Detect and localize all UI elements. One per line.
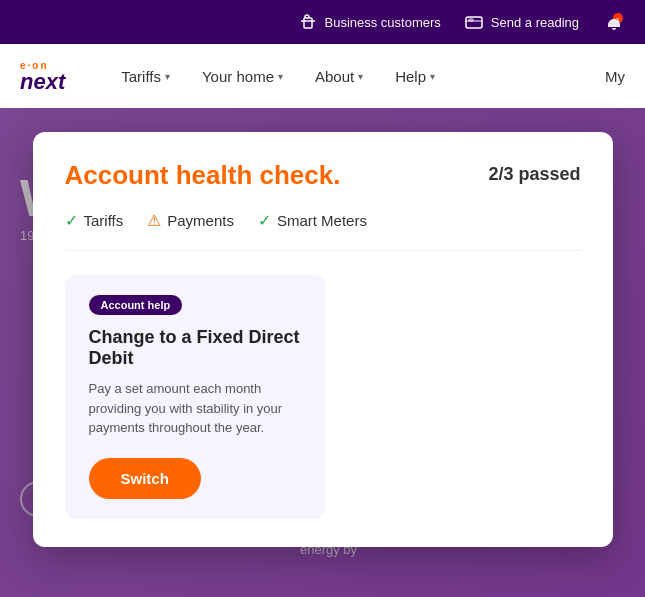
nav-about[interactable]: About ▾ (299, 44, 379, 108)
card-title: Change to a Fixed Direct Debit (89, 327, 301, 369)
top-bar: Business customers Send a reading 1 (0, 0, 645, 44)
payments-warning-icon: ⚠ (147, 211, 161, 230)
your-home-chevron-icon: ▾ (278, 71, 283, 82)
card-description: Pay a set amount each month providing yo… (89, 379, 301, 438)
help-chevron-icon: ▾ (430, 71, 435, 82)
send-reading-link[interactable]: Send a reading (465, 12, 579, 32)
modal-title: Account health check. (65, 160, 341, 191)
svg-rect-0 (304, 18, 312, 28)
smart-meters-check-label: Smart Meters (277, 212, 367, 229)
health-check-modal: Account health check. 2/3 passed ✓ Tarif… (33, 132, 613, 547)
notification-bell[interactable]: 1 (603, 11, 625, 33)
nav-tariffs-label: Tariffs (121, 68, 161, 85)
briefcase-icon (298, 12, 318, 32)
about-chevron-icon: ▾ (358, 71, 363, 82)
nav-my[interactable]: My (605, 68, 625, 85)
business-customers-link[interactable]: Business customers (298, 12, 440, 32)
check-tariffs: ✓ Tariffs (65, 211, 124, 230)
tariffs-check-label: Tariffs (84, 212, 124, 229)
logo[interactable]: e·on next (20, 60, 65, 93)
nav-about-label: About (315, 68, 354, 85)
smart-meters-check-icon: ✓ (258, 211, 271, 230)
nav-your-home[interactable]: Your home ▾ (186, 44, 299, 108)
nav-items: Tariffs ▾ Your home ▾ About ▾ Help ▾ (105, 44, 605, 108)
account-help-card: Account help Change to a Fixed Direct De… (65, 275, 325, 519)
nav-your-home-label: Your home (202, 68, 274, 85)
business-customers-label: Business customers (324, 15, 440, 30)
send-reading-label: Send a reading (491, 15, 579, 30)
meter-icon (465, 12, 485, 32)
svg-rect-3 (469, 19, 473, 21)
payments-check-label: Payments (167, 212, 234, 229)
tariffs-chevron-icon: ▾ (165, 71, 170, 82)
check-smart-meters: ✓ Smart Meters (258, 211, 367, 230)
check-payments: ⚠ Payments (147, 211, 234, 230)
tariffs-check-icon: ✓ (65, 211, 78, 230)
nav-bar: e·on next Tariffs ▾ Your home ▾ About ▾ … (0, 44, 645, 108)
nav-tariffs[interactable]: Tariffs ▾ (105, 44, 186, 108)
nav-my-label: My (605, 68, 625, 85)
svg-rect-2 (466, 17, 482, 28)
modal-overlay: Account health check. 2/3 passed ✓ Tarif… (0, 108, 645, 597)
modal-header: Account health check. 2/3 passed (65, 160, 581, 191)
logo-next-text: next (20, 71, 65, 93)
nav-help-label: Help (395, 68, 426, 85)
modal-passed: 2/3 passed (488, 164, 580, 185)
nav-help[interactable]: Help ▾ (379, 44, 451, 108)
modal-checks-row: ✓ Tariffs ⚠ Payments ✓ Smart Meters (65, 211, 581, 251)
card-badge: Account help (89, 295, 183, 315)
switch-button[interactable]: Switch (89, 458, 201, 499)
